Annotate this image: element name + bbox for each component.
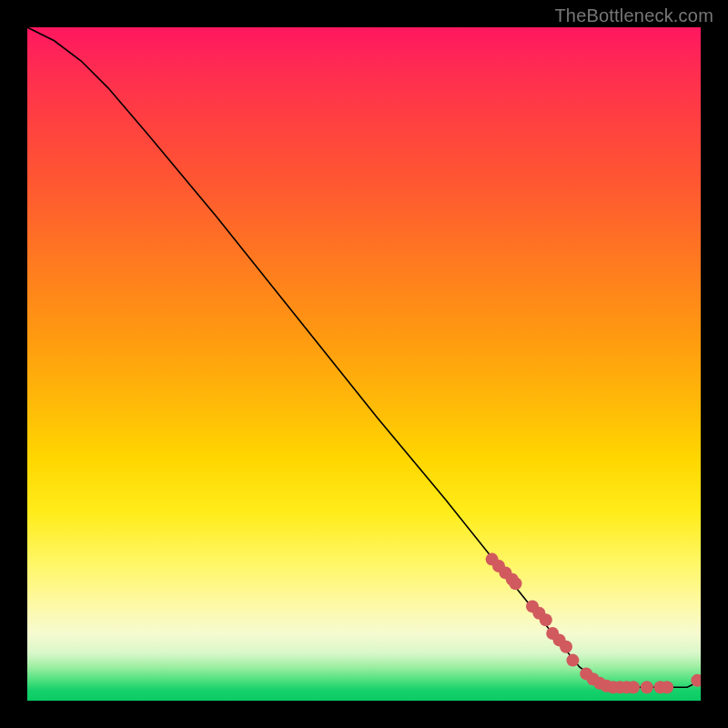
- curve-line: [27, 27, 701, 687]
- scatter-markers: [486, 553, 701, 694]
- marker-point: [560, 641, 572, 653]
- chart-frame: TheBottleneck.com: [0, 0, 728, 728]
- chart-svg: [27, 27, 701, 701]
- marker-point: [627, 681, 640, 693]
- marker-point: [661, 681, 673, 693]
- marker-point: [510, 577, 522, 590]
- marker-point: [641, 681, 653, 693]
- watermark-text: TheBottleneck.com: [554, 5, 713, 26]
- marker-point: [540, 613, 552, 626]
- marker-point: [566, 654, 579, 667]
- plot-area: [27, 27, 701, 701]
